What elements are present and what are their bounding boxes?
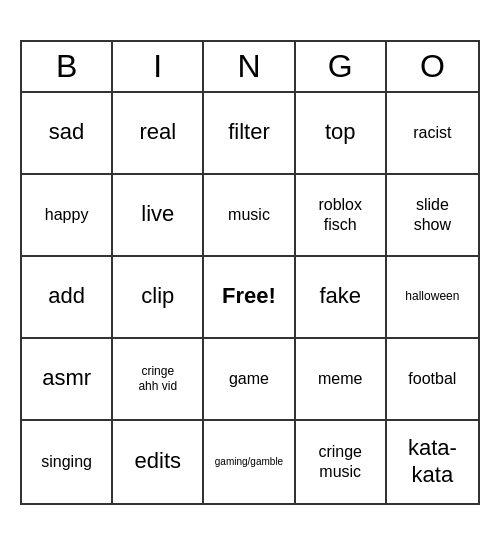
bingo-cell: halloween (387, 257, 478, 339)
header-letter: O (387, 42, 478, 91)
bingo-cell: Free! (204, 257, 295, 339)
cell-label: live (141, 201, 174, 227)
cell-label: racist (413, 123, 451, 142)
cell-label: roblox fisch (318, 195, 362, 233)
cell-label: real (139, 119, 176, 145)
bingo-cell: cringe music (296, 421, 387, 503)
bingo-cell: top (296, 93, 387, 175)
bingo-header: BINGO (22, 42, 478, 93)
header-letter: G (296, 42, 387, 91)
bingo-cell: live (113, 175, 204, 257)
bingo-cell: roblox fisch (296, 175, 387, 257)
bingo-cell: add (22, 257, 113, 339)
cell-label: singing (41, 452, 92, 471)
bingo-cell: kata- kata (387, 421, 478, 503)
cell-label: add (48, 283, 85, 309)
bingo-cell: footbal (387, 339, 478, 421)
cell-label: happy (45, 205, 89, 224)
bingo-cell: game (204, 339, 295, 421)
bingo-cell: racist (387, 93, 478, 175)
header-letter: N (204, 42, 295, 91)
cell-label: footbal (408, 369, 456, 388)
bingo-cell: filter (204, 93, 295, 175)
cell-label: slide show (414, 195, 451, 233)
bingo-cell: music (204, 175, 295, 257)
cell-label: game (229, 369, 269, 388)
bingo-cell: gaming/gamble (204, 421, 295, 503)
bingo-cell: fake (296, 257, 387, 339)
cell-label: meme (318, 369, 362, 388)
header-letter: B (22, 42, 113, 91)
cell-label: fake (319, 283, 361, 309)
bingo-cell: edits (113, 421, 204, 503)
cell-label: halloween (405, 289, 459, 303)
header-letter: I (113, 42, 204, 91)
bingo-grid: sadrealfiltertopracisthappylivemusicrobl… (22, 93, 478, 503)
cell-label: sad (49, 119, 84, 145)
bingo-cell: sad (22, 93, 113, 175)
cell-label: Free! (222, 283, 276, 309)
cell-label: cringe ahh vid (138, 364, 177, 393)
bingo-cell: singing (22, 421, 113, 503)
cell-label: edits (135, 448, 181, 474)
bingo-cell: clip (113, 257, 204, 339)
bingo-cell: meme (296, 339, 387, 421)
cell-label: kata- kata (408, 435, 457, 488)
cell-label: top (325, 119, 356, 145)
cell-label: asmr (42, 365, 91, 391)
bingo-cell: cringe ahh vid (113, 339, 204, 421)
cell-label: filter (228, 119, 270, 145)
bingo-cell: happy (22, 175, 113, 257)
cell-label: cringe music (318, 442, 362, 480)
bingo-cell: asmr (22, 339, 113, 421)
cell-label: clip (141, 283, 174, 309)
bingo-card: BINGO sadrealfiltertopracisthappylivemus… (20, 40, 480, 505)
cell-label: music (228, 205, 270, 224)
bingo-cell: slide show (387, 175, 478, 257)
cell-label: gaming/gamble (215, 456, 283, 468)
bingo-cell: real (113, 93, 204, 175)
